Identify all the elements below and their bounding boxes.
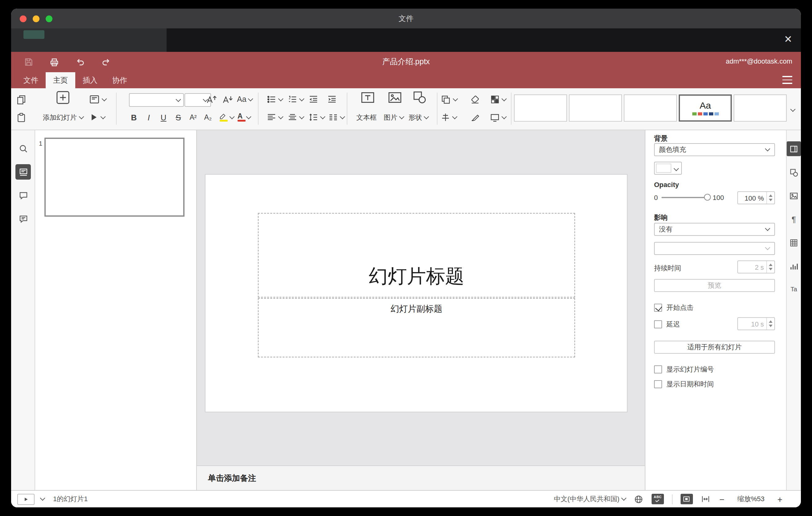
columns-button[interactable] xyxy=(328,111,344,124)
delay-checkbox[interactable]: 延迟 xyxy=(654,320,680,329)
theme-thumbnail-selected[interactable]: Aa xyxy=(679,94,732,122)
bold-button[interactable]: B xyxy=(128,111,140,124)
slide-size-button[interactable] xyxy=(490,111,506,124)
slide-settings-icon[interactable] xyxy=(787,141,801,156)
fit-width-toggle[interactable] xyxy=(701,494,710,504)
tab-file[interactable]: 文件 xyxy=(16,72,46,88)
checkbox-box[interactable] xyxy=(654,304,662,312)
paragraph-settings-icon[interactable]: ¶ xyxy=(787,212,801,227)
horizontal-align-button[interactable] xyxy=(266,111,283,124)
shape-settings-icon[interactable] xyxy=(787,165,801,180)
tab-home[interactable]: 主页 xyxy=(46,72,75,88)
zoom-in-button[interactable]: + xyxy=(776,494,784,504)
checkbox-box[interactable] xyxy=(654,380,662,388)
image-settings-icon[interactable] xyxy=(787,188,801,203)
opacity-spinner[interactable]: 100 % xyxy=(737,191,775,204)
start-on-click-checkbox[interactable]: 开始点击 xyxy=(654,303,694,312)
bullet-list-button[interactable] xyxy=(266,93,283,106)
font-color-button[interactable]: A xyxy=(236,111,251,124)
theme-thumbnail[interactable] xyxy=(624,94,677,122)
change-case-button[interactable]: Aa xyxy=(237,93,253,106)
tab-insert[interactable]: 插入 xyxy=(75,72,105,88)
opacity-slider[interactable] xyxy=(662,197,708,198)
increase-indent-icon[interactable] xyxy=(327,93,337,106)
spinner-arrows[interactable] xyxy=(766,192,774,204)
effect-select[interactable]: 没有 xyxy=(654,223,775,236)
arrange-shapes-button[interactable] xyxy=(440,93,457,106)
increase-font-size-icon[interactable] xyxy=(206,93,217,106)
start-slideshow-icon[interactable] xyxy=(17,493,34,505)
spellcheck-toggle[interactable]: ABC xyxy=(651,494,664,504)
slides-panel-icon[interactable] xyxy=(16,164,31,180)
clear-style-icon[interactable] xyxy=(470,93,480,106)
theme-thumbnail[interactable] xyxy=(734,94,787,122)
shape-icon[interactable] xyxy=(412,91,427,104)
delay-spinner[interactable]: 10 s xyxy=(737,317,775,330)
effect-option-select[interactable] xyxy=(654,242,775,255)
zoom-window-button[interactable] xyxy=(46,16,53,22)
start-slideshow-button[interactable] xyxy=(89,111,105,124)
image-icon[interactable] xyxy=(387,91,402,104)
checkbox-box[interactable] xyxy=(654,365,662,373)
title-placeholder[interactable]: 幻灯片标题 xyxy=(258,213,575,297)
slide-canvas[interactable]: 幻灯片标题 幻灯片副标题 xyxy=(205,175,627,412)
tab-collaboration[interactable]: 协作 xyxy=(105,72,135,88)
opacity-slider-knob[interactable] xyxy=(704,194,711,201)
apply-to-all-slides-button[interactable]: 适用于所有幻灯片 xyxy=(654,341,775,354)
add-slide-button[interactable]: 添加幻灯片 xyxy=(38,111,88,124)
search-icon[interactable] xyxy=(16,141,31,156)
minimize-window-button[interactable] xyxy=(33,16,39,22)
slide-layout-button[interactable] xyxy=(89,93,106,106)
comments-icon[interactable] xyxy=(16,188,31,203)
notes-area[interactable]: 单击添加备注 xyxy=(197,465,645,490)
language-selector[interactable]: 中文(中华人民共和国) xyxy=(554,494,626,504)
paste-icon[interactable] xyxy=(16,111,27,124)
decrease-font-size-icon[interactable] xyxy=(222,93,233,106)
subtitle-placeholder[interactable]: 幻灯片副标题 xyxy=(258,298,575,357)
text-art-settings-icon[interactable]: Ta xyxy=(787,282,801,296)
align-shapes-button[interactable] xyxy=(440,111,457,124)
text-box-icon[interactable] xyxy=(360,91,375,104)
checkbox-box[interactable] xyxy=(654,320,662,328)
text-box-button[interactable]: 文本框 xyxy=(352,111,381,124)
fill-color-dropdown[interactable] xyxy=(672,162,681,174)
preview-button[interactable]: 预览 xyxy=(654,279,775,292)
add-slide-icon[interactable] xyxy=(56,91,70,104)
hamburger-menu-icon[interactable] xyxy=(782,76,792,84)
table-settings-icon[interactable] xyxy=(787,235,801,250)
show-date-time-checkbox[interactable]: 显示日期和时间 xyxy=(654,380,714,389)
decrease-indent-icon[interactable] xyxy=(309,93,318,106)
fill-color-picker[interactable] xyxy=(654,162,682,175)
vertical-align-button[interactable] xyxy=(288,111,303,124)
close-window-button[interactable] xyxy=(20,16,27,22)
chat-icon[interactable] xyxy=(16,211,31,227)
fit-slide-toggle[interactable] xyxy=(680,494,693,504)
copy-style-icon[interactable] xyxy=(470,111,480,124)
spinner-arrows[interactable] xyxy=(766,261,774,273)
numbered-list-button[interactable] xyxy=(288,93,303,106)
spinner-arrows[interactable] xyxy=(766,318,774,329)
theme-thumbnail[interactable] xyxy=(569,94,622,122)
zoom-out-button[interactable]: − xyxy=(718,494,726,504)
strikethrough-button[interactable]: S xyxy=(172,111,184,124)
slide-thumbnail[interactable] xyxy=(45,138,184,217)
image-button[interactable]: 图片 xyxy=(380,111,407,124)
duration-spinner[interactable]: 2 s xyxy=(737,260,775,274)
italic-button[interactable]: I xyxy=(143,111,155,124)
theme-gallery-expand-button[interactable] xyxy=(788,103,795,117)
copy-icon[interactable] xyxy=(16,93,27,106)
superscript-button[interactable]: A² xyxy=(187,111,199,124)
background-fill-select[interactable]: 颜色填充 xyxy=(654,143,775,156)
shape-button[interactable]: 形状 xyxy=(405,111,432,124)
document-language-icon[interactable] xyxy=(634,494,643,504)
close-icon[interactable]: ✕ xyxy=(784,33,792,46)
chart-settings-icon[interactable] xyxy=(787,259,801,274)
subscript-button[interactable]: A₂ xyxy=(202,111,214,124)
line-spacing-button[interactable] xyxy=(309,111,324,124)
highlight-color-button[interactable] xyxy=(219,111,233,124)
chevron-down-icon[interactable] xyxy=(40,496,45,501)
show-slide-number-checkbox[interactable]: 显示幻灯片编号 xyxy=(654,365,714,374)
theme-thumbnail[interactable] xyxy=(514,94,567,122)
font-name-select[interactable] xyxy=(129,93,184,107)
color-scheme-button[interactable] xyxy=(490,93,506,106)
